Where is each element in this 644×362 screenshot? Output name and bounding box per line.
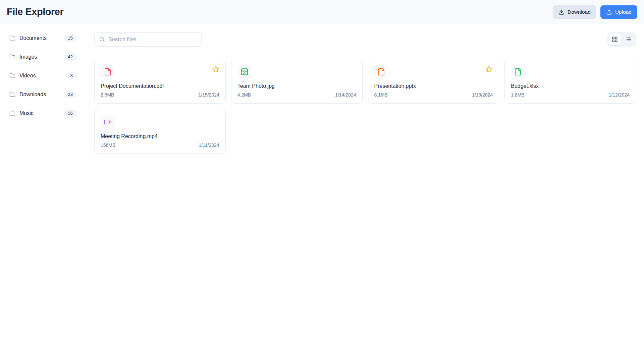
file-meta: 4.2MB 1/14/2024 [237,92,356,98]
upload-icon [606,9,612,15]
file-icon [514,68,522,76]
search-icon [99,37,105,42]
sidebar-folder-item[interactable]: Images 42 [5,49,80,65]
sidebar-folder-label: Images [19,54,60,60]
file-name: Presentation.pptx [374,83,493,89]
folder-icon [9,35,15,41]
page-title: File Explorer [7,6,63,17]
sidebar-folder-item[interactable]: Documents 15 [5,30,80,46]
toolbar [94,32,636,47]
folder-icon [9,73,15,79]
main-content: Project Documentation.pdf 2.5MB 1/15/202… [86,24,644,162]
file-date: 1/14/2024 [335,92,356,98]
layout: Documents 15 Images 42 Videos 8 [0,24,644,162]
file-card-top [101,115,219,129]
sidebar-folder-count-badge: 15 [64,35,76,42]
file-card[interactable]: Meeting Recording.mp4 156MB 1/11/2024 [94,109,226,154]
file-date: 1/12/2024 [609,92,630,98]
file-date: 1/13/2024 [472,92,493,98]
file-size: 2.5MB [101,92,114,98]
sidebar-folder-label: Videos [19,73,62,79]
file-date: 1/15/2024 [198,92,219,98]
image-icon [240,68,249,76]
folder-icon [9,92,15,98]
file-card-top [237,65,356,79]
app-header: File Explorer Download Upload [0,0,644,24]
list-view-button[interactable] [622,34,635,45]
file-icon-tile [101,115,115,129]
file-size: 4.2MB [237,92,251,98]
file-icon-tile [374,65,388,79]
star-icon[interactable] [486,65,493,73]
folder-icon [9,54,15,60]
file-name: Meeting Recording.mp4 [101,133,219,139]
file-card-top [101,65,219,79]
file-card[interactable]: Team Photo.jpg 4.2MB 1/14/2024 [231,59,363,104]
upload-button-label: Upload [615,9,632,15]
file-meta: 156MB 1/11/2024 [101,142,219,148]
list-view-icon [625,36,632,43]
file-card[interactable]: Presentation.pptx 8.1MB 1/13/2024 [368,59,499,104]
sidebar-folder-count-badge: 23 [64,91,76,98]
sidebar-folder-item[interactable]: Music 56 [5,105,80,121]
sidebar-folder-count-badge: 8 [66,72,76,79]
header-actions: Download Upload [553,5,637,19]
file-name: Team Photo.jpg [237,83,356,89]
file-size: 1.8MB [511,92,524,98]
view-toggle [607,32,636,47]
search-input[interactable] [108,37,197,43]
file-meta: 2.5MB 1/15/2024 [101,92,219,98]
grid-view-icon [611,36,618,43]
file-icon [377,68,385,76]
file-icon-tile [511,65,525,79]
file-card-top [374,65,493,79]
sidebar-folder-item[interactable]: Downloads 23 [5,86,80,103]
search-box [94,32,202,47]
download-button[interactable]: Download [553,5,596,19]
file-card-top [511,65,630,79]
sidebar-folder-count-badge: 42 [64,53,76,61]
file-size: 8.1MB [374,92,388,98]
file-icon [104,68,112,76]
upload-button[interactable]: Upload [600,5,637,19]
download-icon [558,9,565,15]
file-grid: Project Documentation.pdf 2.5MB 1/15/202… [94,59,636,154]
file-card[interactable]: Project Documentation.pdf 2.5MB 1/15/202… [94,59,226,104]
file-meta: 8.1MB 1/13/2024 [374,92,493,98]
star-icon[interactable] [212,65,219,73]
sidebar-folder-label: Downloads [19,92,60,98]
folder-icon [9,110,15,116]
sidebar-folder-label: Documents [19,35,60,41]
file-card[interactable]: Budget.xlsx 1.8MB 1/12/2024 [504,59,636,104]
grid-view-button[interactable] [608,34,621,45]
file-name: Budget.xlsx [511,83,630,89]
file-meta: 1.8MB 1/12/2024 [511,92,630,98]
sidebar-folder-item[interactable]: Videos 8 [5,68,80,84]
sidebar: Documents 15 Images 42 Videos 8 [0,24,86,162]
file-date: 1/11/2024 [199,142,219,148]
file-name: Project Documentation.pdf [101,83,219,89]
sidebar-folder-label: Music [19,110,60,116]
download-button-label: Download [568,9,591,15]
file-size: 156MB [101,142,115,148]
file-icon-tile [237,65,252,79]
file-icon-tile [101,65,115,79]
sidebar-folder-count-badge: 56 [64,110,76,117]
video-camera-icon [104,118,112,126]
